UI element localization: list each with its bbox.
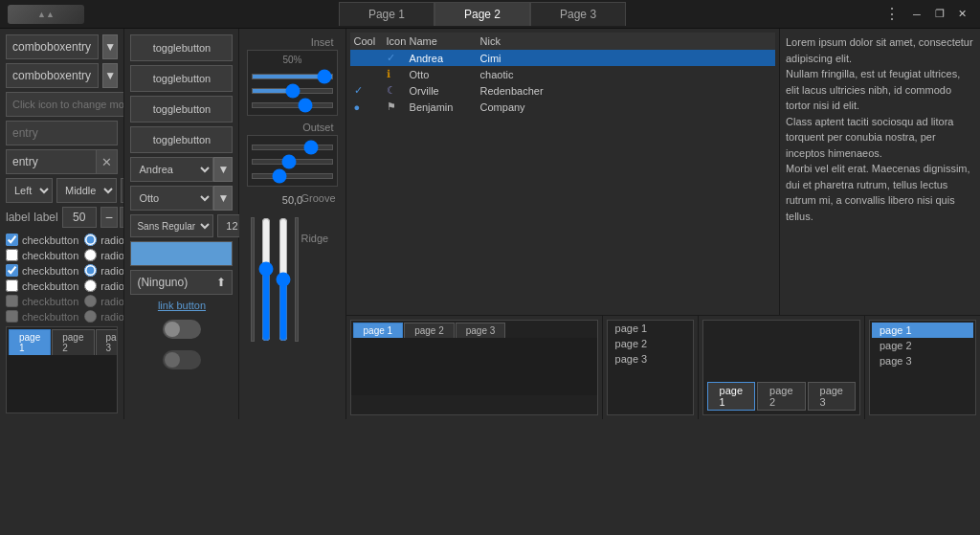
ninguno-label: (Ninguno) [137, 276, 188, 289]
minus-button[interactable]: − [100, 207, 118, 228]
inset-slider-1[interactable] [252, 74, 332, 79]
combo1-row: comboboxentry ▼ [6, 34, 118, 59]
minimize-button[interactable]: ─ [907, 5, 926, 24]
radio3[interactable]: radiobutton [84, 264, 124, 277]
switch-container2 [130, 346, 233, 373]
num-input1[interactable] [62, 207, 97, 228]
bottom-nb1-tab1[interactable]: page 1 [353, 323, 404, 338]
icon-benjamin: ⚑ [387, 100, 406, 113]
toggle-btn-4[interactable]: togglebutton [130, 126, 233, 153]
checkbox3[interactable]: checkbutton [6, 264, 78, 277]
otto-select[interactable]: Otto [130, 186, 213, 211]
radio1[interactable]: radiobutton [84, 234, 124, 246]
tab-page2[interactable]: Page 2 [434, 2, 530, 26]
left-tab-page2[interactable]: page 2 [52, 329, 94, 355]
name-orville: Orville [410, 85, 477, 97]
list-item-2[interactable]: page 2 [608, 336, 693, 351]
color-preview[interactable] [130, 241, 233, 266]
toggle-switch[interactable] [163, 320, 201, 339]
entry2-row: ✕ [6, 149, 118, 174]
radio2[interactable]: radiobutton [84, 249, 124, 261]
tree-header: Cool Icon Name Nick [350, 33, 775, 50]
tree-panel: Cool Icon Name Nick ✓ Andrea Cimi ℹ Otto [346, 29, 779, 315]
entry2-field[interactable] [6, 149, 97, 174]
right-boundary [295, 217, 299, 342]
entry1-field[interactable] [6, 121, 118, 145]
col-cool: Cool [354, 35, 383, 47]
tree-row-andrea[interactable]: ✓ Andrea Cimi [350, 50, 775, 66]
right-panel: Cool Icon Name Nick ✓ Andrea Cimi ℹ Otto [346, 29, 980, 419]
font-select[interactable]: Sans Regular [130, 214, 213, 237]
font-row: Sans Regular [130, 214, 233, 237]
htab-2[interactable]: page 2 [757, 382, 805, 411]
left-tab-page1[interactable]: page 1 [9, 329, 51, 355]
radio5[interactable]: radiobutton [84, 295, 124, 307]
toggle-btn-3[interactable]: togglebutton [130, 96, 233, 123]
pct-label: 50% [252, 55, 332, 65]
inset-slider-3[interactable] [252, 102, 332, 108]
combo1-select[interactable]: comboboxentry [6, 34, 99, 59]
bottom-nb1-tab3[interactable]: page 3 [456, 323, 506, 338]
tree-row-benjamin[interactable]: ● ⚑ Benjamin Company [350, 99, 775, 115]
vert-slider-2[interactable] [278, 217, 289, 342]
checkbox5[interactable]: checkbutton [6, 295, 78, 307]
align-middle-select[interactable]: Middle [56, 178, 117, 203]
h-sliders-area: Inset 50% Outset 50,0 [239, 29, 345, 419]
htab-3[interactable]: page 3 [808, 382, 856, 411]
outset-slider-3[interactable] [252, 173, 332, 179]
list-item-3[interactable]: page 3 [608, 351, 693, 367]
checkbox4[interactable]: checkbutton [6, 279, 78, 292]
checkbox6[interactable]: checkbutton [6, 310, 78, 323]
bottom-notebook2-wrap: page 1 page 2 page 3 [865, 316, 980, 419]
col-nick: Nick [480, 35, 547, 47]
checkbox2[interactable]: checkbutton [6, 249, 78, 261]
vtab-2[interactable]: page 2 [872, 338, 973, 353]
align-left-select[interactable]: Left [6, 178, 53, 203]
switch-container [130, 316, 233, 343]
otto-arrow[interactable]: ▼ [213, 186, 233, 211]
checkbox1[interactable]: checkbutton [6, 234, 78, 246]
close-button[interactable]: ✕ [953, 5, 972, 24]
entry-clear-button[interactable]: ✕ [97, 149, 118, 174]
vtab-3[interactable]: page 3 [872, 353, 973, 368]
combo2-row: comboboxentry ▼ [6, 63, 118, 88]
tree-row-otto[interactable]: ℹ Otto chaotic [350, 66, 775, 82]
outset-label-row: Outset [247, 122, 337, 133]
bottom-nb1-tab2[interactable]: page 2 [404, 323, 455, 338]
toggle-btn-1[interactable]: togglebutton [130, 34, 233, 61]
list-item-1[interactable]: page 1 [608, 321, 693, 336]
icon-andrea: ✓ [387, 52, 406, 64]
combo1-arrow[interactable]: ▼ [102, 34, 118, 59]
radio4[interactable]: radiobutton [84, 279, 124, 292]
tree-row-orville[interactable]: ✓ ☾ Orville Redenbacher [350, 82, 775, 99]
icon-change-field[interactable] [6, 92, 124, 117]
andrea-select[interactable]: Andrea [130, 157, 213, 182]
window-controls: ⋮ ─ ❐ ✕ [880, 5, 972, 24]
outset-label: Outset [302, 122, 333, 133]
left-tab-page3[interactable]: page 3 [96, 329, 119, 355]
main-content: comboboxentry ▼ comboboxentry ▼ ↺ ✕ Left [0, 29, 980, 419]
outset-slider-2[interactable] [252, 159, 332, 165]
restore-button[interactable]: ❐ [930, 5, 949, 24]
left-notebook-tabs: page 1 page 2 page 3 [7, 327, 117, 355]
vert-slider-1[interactable] [260, 217, 272, 342]
combo2-select[interactable]: comboboxentry [6, 63, 99, 88]
combo2-arrow[interactable]: ▼ [102, 63, 118, 88]
link-button[interactable]: link button [158, 300, 206, 311]
radio6[interactable]: radiobutton [84, 310, 124, 323]
titlebar: ▲▲ Page 1 Page 2 Page 3 ⋮ ─ ❐ ✕ [0, 0, 980, 29]
tab-page1[interactable]: Page 1 [339, 2, 434, 26]
menu-dots-icon[interactable]: ⋮ [880, 5, 903, 23]
htab-1[interactable]: page 1 [707, 382, 755, 411]
inset-slider-2[interactable] [252, 88, 332, 94]
vtab-1[interactable]: page 1 [872, 323, 973, 338]
andrea-arrow[interactable]: ▼ [213, 157, 233, 182]
tab-page3[interactable]: Page 3 [530, 2, 626, 26]
toggle-btn-2[interactable]: togglebutton [130, 65, 233, 92]
outset-slider-1[interactable] [252, 145, 332, 150]
vert-center-value: 50,0 [282, 194, 302, 206]
col-icon: Icon [387, 35, 406, 47]
ninguno-combo[interactable]: (Ninguno) ⬆ [130, 270, 233, 295]
otto-combo-row: Otto ▼ [130, 186, 233, 211]
toggle-switch2[interactable] [163, 350, 201, 369]
